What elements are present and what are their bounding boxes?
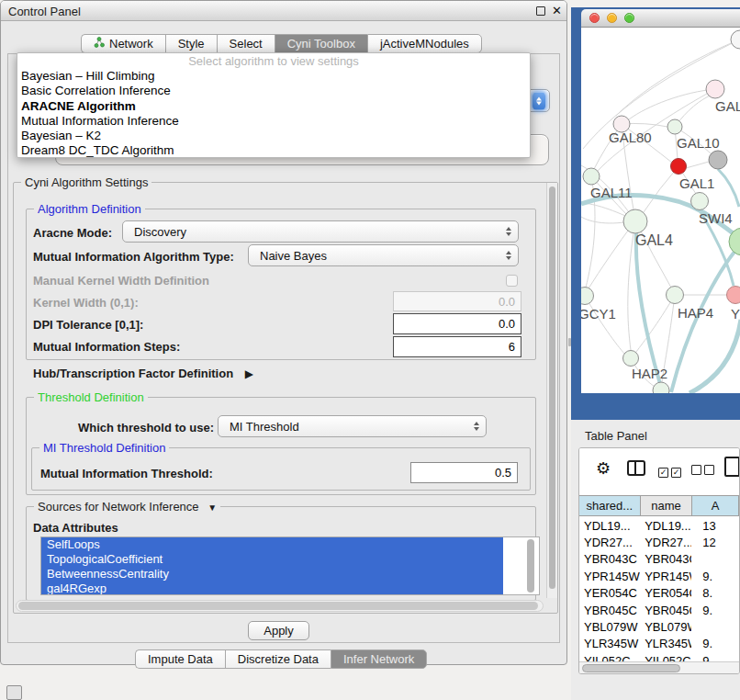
manual-kernel-width-checkbox[interactable] <box>506 275 518 287</box>
settings-group-title: Cyni Algorithm Settings <box>21 175 151 189</box>
aracne-mode-value: Discovery <box>134 225 186 239</box>
settings-vertical-scrollbar[interactable] <box>546 183 557 598</box>
table-row[interactable]: YLR345W YLR345W 9. <box>579 636 739 652</box>
aracne-mode-label: Aracne Mode: <box>33 226 112 240</box>
combobox-stepper-icon[interactable] <box>533 92 545 109</box>
node-hap2[interactable] <box>623 351 639 367</box>
sources-group-title[interactable]: Sources for Network Inference ▼ <box>34 500 220 514</box>
gear-icon[interactable]: ⚙ <box>596 458 611 479</box>
apply-button[interactable]: Apply <box>248 621 309 640</box>
list-item[interactable]: SelfLoops <box>41 537 503 552</box>
node-label: GAL80 <box>609 130 652 145</box>
node-label: GAL11 <box>590 185 633 200</box>
list-item[interactable]: TopologicalCoefficient <box>41 552 503 567</box>
network-window-titlebar[interactable] <box>581 9 740 28</box>
node-swi4[interactable] <box>691 193 709 210</box>
node[interactable] <box>653 382 669 393</box>
kernel-width-field[interactable]: 0.0 <box>393 291 521 311</box>
node-gal1[interactable] <box>671 159 687 175</box>
node-gal4[interactable] <box>623 209 647 233</box>
network-view[interactable]: GAL GAL80 GAL10 GAL1 SWI4 GAL11 GAL4 GCY… <box>581 28 740 393</box>
settings-horizontal-scrollbar-thumb[interactable] <box>18 602 538 610</box>
node-gal7[interactable] <box>706 80 724 98</box>
table-row[interactable]: YBR043C YBR043C <box>579 551 739 568</box>
algorithm-dropdown-popup: Select algorithm to view settings Bayesi… <box>17 52 531 158</box>
settings-horizontal-scrollbar[interactable] <box>16 600 544 612</box>
mi-threshold-field[interactable]: 0.5 <box>410 462 518 483</box>
table-panel: ⚙ ✓✓ shared... name A YDL19... YDL19... <box>578 447 740 674</box>
tab-select[interactable]: Select <box>217 34 275 53</box>
table-horizontal-scrollbar[interactable] <box>579 661 739 673</box>
tab-impute-data[interactable]: Impute Data <box>135 649 225 669</box>
tab-network-label: Network <box>109 35 153 52</box>
control-panel-titlebar[interactable]: Control Panel ✕ <box>1 1 566 21</box>
minimized-window-icon[interactable] <box>6 685 22 700</box>
mi-algorithm-type-value: Naive Bayes <box>260 249 327 263</box>
list-scrollbar[interactable] <box>527 539 534 593</box>
unchecked-boxes-icon[interactable] <box>691 464 717 478</box>
float-window-icon[interactable] <box>536 6 545 16</box>
network-graph[interactable]: GAL GAL80 GAL10 GAL1 SWI4 GAL11 GAL4 GCY… <box>581 28 740 393</box>
tab-network[interactable]: Network <box>81 34 165 53</box>
column-header-shared-name[interactable]: shared... <box>579 496 641 515</box>
column-header-name[interactable]: name <box>641 496 693 515</box>
expand-arrow-icon[interactable]: ▶ <box>245 367 253 380</box>
tab-infer-network[interactable]: Infer Network <box>331 649 427 669</box>
zoom-traffic-light-icon[interactable] <box>624 13 634 23</box>
columns-icon[interactable] <box>627 460 645 476</box>
which-threshold-combobox[interactable]: MI Threshold <box>218 415 487 437</box>
network-highlight-edges <box>581 169 740 393</box>
hub-definition-toggle[interactable]: Hub/Transcription Factor Definition ▶ <box>33 367 253 380</box>
tab-style[interactable]: Style <box>165 34 217 53</box>
dpi-tolerance-label: DPI Tolerance [0,1]: <box>33 318 143 332</box>
node-gcy1[interactable] <box>581 288 594 305</box>
node-label: SWI4 <box>699 210 733 226</box>
table-toolbar: ⚙ ✓✓ <box>579 448 739 494</box>
popup-item[interactable]: Bayesian – Hill Climbing <box>17 69 530 84</box>
popup-item[interactable]: Bayesian – K2 <box>17 129 530 143</box>
node-label: GAL4 <box>635 232 673 248</box>
node-gal10[interactable] <box>667 119 682 134</box>
node[interactable] <box>731 30 740 49</box>
popup-item-selected[interactable]: ARACNE Algorithm <box>17 99 530 114</box>
node-gray[interactable] <box>709 151 727 169</box>
table-horizontal-scrollbar-thumb[interactable] <box>582 664 680 672</box>
page-icon[interactable] <box>724 457 740 477</box>
node-salmon[interactable] <box>727 287 740 304</box>
table-panel-title: Table Panel <box>585 429 647 443</box>
popup-item[interactable]: Mutual Information Inference <box>17 114 530 129</box>
aracne-mode-combobox[interactable]: Discovery <box>122 220 519 243</box>
table-row[interactable]: YPR145W YPR145W 9. <box>579 568 739 584</box>
mi-steps-field[interactable]: 6 <box>393 336 521 357</box>
mi-algorithm-type-combobox[interactable]: Naive Bayes <box>248 244 519 266</box>
data-attributes-label: Data Attributes <box>33 521 118 535</box>
table-row[interactable]: YDL19... YDL19... 13 <box>579 517 739 534</box>
table-row[interactable]: YBR045C YBR045C 9. <box>579 602 739 618</box>
collapse-arrow-icon[interactable]: ▼ <box>207 502 217 513</box>
column-header-partial[interactable]: A <box>692 496 739 515</box>
checked-boxes-icon[interactable]: ✓✓ <box>658 464 684 478</box>
popup-item[interactable]: Dream8 DC_TDC Algorithm <box>17 143 530 158</box>
table-row[interactable]: YER054C YER054C 8. <box>579 585 739 602</box>
data-attributes-list[interactable]: SelfLoops TopologicalCoefficient Between… <box>40 536 540 595</box>
node-label: GAL1 <box>679 175 714 191</box>
mi-threshold-definition-title: MI Threshold Definition <box>39 441 169 455</box>
threshold-definition-title: Threshold Definition <box>34 390 148 404</box>
popup-item[interactable]: Basic Correlation Inference <box>17 84 530 98</box>
dpi-tolerance-field[interactable]: 0.0 <box>393 313 521 334</box>
tab-cyni-toolbox[interactable]: Cyni Toolbox <box>275 34 367 53</box>
tab-discretize-data[interactable]: Discretize Data <box>225 649 331 669</box>
close-icon[interactable]: ✕ <box>552 4 562 17</box>
list-item[interactable]: gal4RGexp <box>41 581 503 595</box>
node-gal11[interactable] <box>583 168 600 185</box>
settings-vertical-scrollbar-thumb[interactable] <box>549 186 555 589</box>
tab-jactivemnodules[interactable]: jActiveMNodules <box>367 34 482 53</box>
minimize-traffic-light-icon[interactable] <box>607 13 617 23</box>
network-icon <box>94 35 105 52</box>
list-item[interactable]: BetweennessCentrality <box>41 567 503 581</box>
node-label: GCY1 <box>581 306 616 322</box>
table-row[interactable]: YBL079W YBL079W <box>579 618 739 635</box>
table-row[interactable]: YDR27... YDR27... 12 <box>579 534 739 550</box>
node-hap4[interactable] <box>667 287 684 304</box>
close-traffic-light-icon[interactable] <box>589 13 600 23</box>
